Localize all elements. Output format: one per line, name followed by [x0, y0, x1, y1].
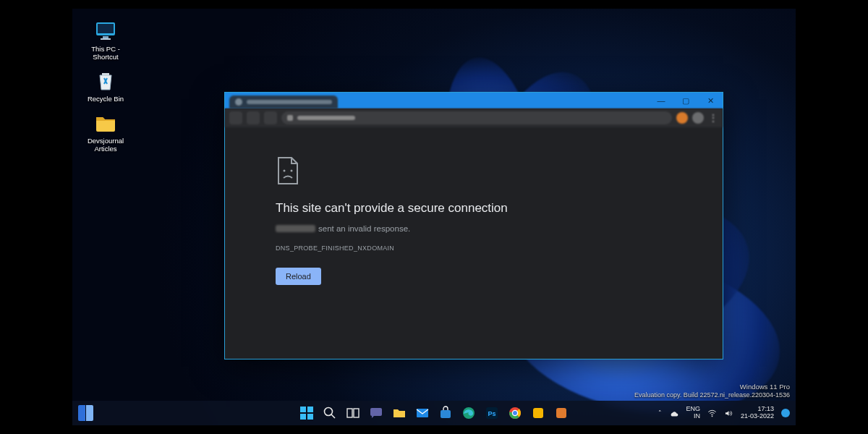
svg-text:Ps: Ps	[488, 410, 495, 417]
desktop-icon-label: This PC - Shortcut	[82, 46, 129, 61]
nav-forward-button[interactable]	[247, 111, 260, 124]
task-view-button[interactable]	[344, 404, 362, 422]
clock-date: 21-03-2022	[741, 413, 774, 420]
svg-rect-7	[300, 407, 306, 412]
svg-rect-2	[103, 36, 109, 38]
svg-rect-15	[370, 408, 382, 416]
error-code: DNS_PROBE_FINISHED_NXDOMAIN	[276, 244, 723, 252]
search-button[interactable]	[320, 404, 339, 422]
browser-toolbar: ⋮	[225, 109, 723, 127]
taskbar-app-chrome[interactable]	[506, 404, 524, 422]
svg-point-28	[712, 415, 713, 417]
onedrive-icon[interactable]	[669, 409, 678, 418]
error-page: This site can't provide a secure connect…	[225, 127, 723, 359]
desktop-icon-label: Recycle Bin	[88, 95, 124, 103]
widgets-button[interactable]	[78, 405, 94, 421]
extension-icon[interactable]	[676, 112, 688, 124]
folder-icon	[93, 111, 118, 135]
error-title: This site can't provide a secure connect…	[276, 201, 723, 216]
site-info-icon	[287, 115, 293, 121]
svg-rect-17	[441, 410, 451, 418]
browser-menu-button[interactable]: ⋮	[708, 113, 718, 123]
error-subtext: sent an invalid response.	[318, 224, 410, 233]
browser-window[interactable]: — ▢ ✕ ⋮	[224, 92, 723, 359]
language-indicator[interactable]: ENG IN	[686, 406, 700, 420]
svg-rect-1	[98, 24, 114, 33]
task-view-icon	[346, 406, 360, 420]
taskbar-app-chat[interactable]	[367, 404, 386, 422]
desktop-icon-label: Devsjournal Articles	[82, 137, 129, 153]
svg-rect-4	[102, 73, 109, 75]
svg-rect-26	[533, 408, 543, 418]
notification-center-button[interactable]	[781, 409, 790, 417]
watermark-build: Evaluation copy. Build 22572.ni_release.…	[634, 391, 790, 399]
taskbar-app-generic-1[interactable]	[529, 404, 548, 422]
recycle-bin-icon	[93, 69, 118, 93]
monitor-icon	[93, 19, 118, 43]
taskbar-app-explorer[interactable]	[390, 404, 409, 422]
lang-region: IN	[694, 413, 700, 420]
desktop-icon-this-pc[interactable]: This PC - Shortcut	[82, 19, 129, 61]
start-button[interactable]	[297, 404, 316, 422]
taskbar-app-edge[interactable]	[459, 404, 478, 422]
svg-point-6	[291, 170, 293, 172]
wifi-icon[interactable]	[707, 409, 717, 418]
window-maximize-button[interactable]: ▢	[673, 93, 698, 109]
tab-title-blurred	[247, 100, 332, 104]
taskbar-app-photoshop[interactable]: Ps	[482, 404, 501, 422]
taskbar-center: Ps	[297, 404, 571, 422]
profile-avatar[interactable]	[692, 112, 704, 124]
svg-rect-13	[347, 409, 352, 417]
search-icon	[323, 406, 337, 420]
window-minimize-button[interactable]: —	[649, 93, 673, 109]
tray-overflow-button[interactable]: ˄	[658, 409, 662, 417]
volume-icon[interactable]	[724, 409, 733, 418]
clock[interactable]: 17:13 21-03-2022	[741, 406, 774, 420]
desktop-icon-folder[interactable]: Devsjournal Articles	[82, 111, 129, 153]
svg-rect-16	[417, 409, 428, 417]
url-text-blurred	[297, 116, 355, 120]
svg-rect-14	[354, 409, 359, 417]
svg-rect-8	[307, 407, 313, 412]
svg-rect-9	[300, 414, 306, 420]
sad-file-icon	[276, 156, 300, 185]
taskbar-app-generic-2[interactable]	[552, 404, 571, 422]
browser-tab[interactable]	[229, 95, 338, 109]
watermark-edition: Windows 11 Pro	[634, 383, 790, 391]
nav-reload-button[interactable]	[264, 111, 277, 124]
system-tray[interactable]: ˄ ENG IN 17:13 21-03-2022	[658, 406, 790, 420]
error-hostname-blurred	[276, 225, 315, 232]
window-close-button[interactable]: ✕	[698, 93, 723, 109]
nav-back-button[interactable]	[229, 111, 242, 124]
svg-point-11	[325, 408, 333, 416]
tab-favicon	[235, 98, 242, 106]
reload-button[interactable]: Reload	[276, 268, 321, 285]
taskbar[interactable]: Ps ˄ ENG IN 17:13 21-03-2022	[72, 401, 796, 425]
taskbar-app-store[interactable]	[436, 404, 455, 422]
desktop-icon-recycle-bin[interactable]: Recycle Bin	[82, 69, 129, 103]
desktop[interactable]: This PC - Shortcut Recycle Bin Devsjourn…	[72, 9, 796, 425]
taskbar-app-mail[interactable]	[413, 404, 432, 422]
svg-point-5	[284, 170, 286, 172]
screenshot-stage: This PC - Shortcut Recycle Bin Devsjourn…	[0, 0, 868, 434]
svg-rect-3	[101, 38, 111, 40]
svg-line-12	[331, 414, 335, 418]
svg-rect-27	[556, 408, 566, 418]
address-bar[interactable]	[281, 111, 672, 124]
desktop-icons-column: This PC - Shortcut Recycle Bin Devsjourn…	[82, 19, 129, 153]
windows-watermark: Windows 11 Pro Evaluation copy. Build 22…	[634, 383, 790, 399]
browser-titlebar[interactable]: — ▢ ✕	[225, 93, 723, 109]
svg-rect-10	[307, 414, 313, 420]
